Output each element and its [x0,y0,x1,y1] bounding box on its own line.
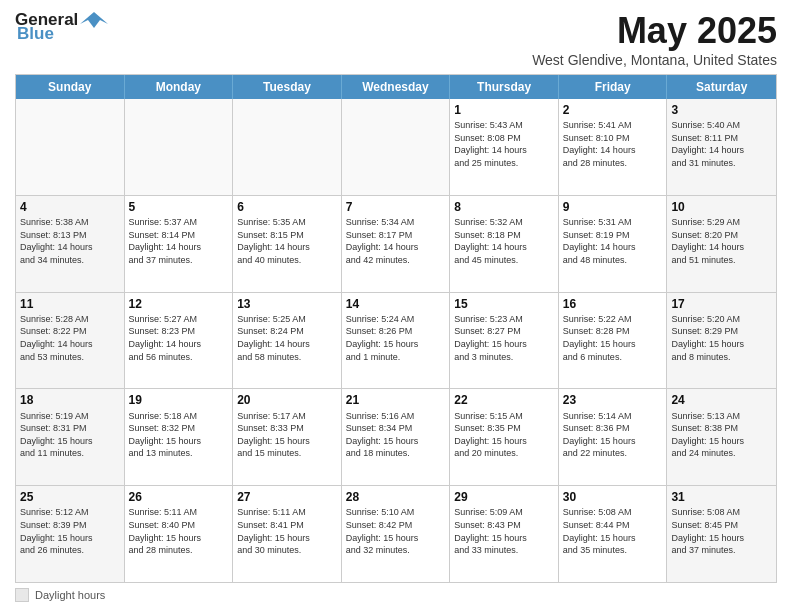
day-cell-22: 22Sunrise: 5:15 AM Sunset: 8:35 PM Dayli… [450,389,559,485]
footer-label: Daylight hours [35,589,105,601]
empty-cell [342,99,451,195]
day-cell-21: 21Sunrise: 5:16 AM Sunset: 8:34 PM Dayli… [342,389,451,485]
day-cell-3: 3Sunrise: 5:40 AM Sunset: 8:11 PM Daylig… [667,99,776,195]
header-day-monday: Monday [125,75,234,99]
header: General Blue May 2025 West Glendive, Mon… [15,10,777,68]
day-number: 29 [454,489,554,505]
day-number: 17 [671,296,772,312]
day-info: Sunrise: 5:12 AM Sunset: 8:39 PM Dayligh… [20,506,120,556]
day-info: Sunrise: 5:25 AM Sunset: 8:24 PM Dayligh… [237,313,337,363]
day-number: 1 [454,102,554,118]
title-area: May 2025 West Glendive, Montana, United … [532,10,777,68]
day-info: Sunrise: 5:18 AM Sunset: 8:32 PM Dayligh… [129,410,229,460]
day-info: Sunrise: 5:11 AM Sunset: 8:40 PM Dayligh… [129,506,229,556]
day-number: 27 [237,489,337,505]
day-number: 6 [237,199,337,215]
day-number: 11 [20,296,120,312]
calendar-week-3: 11Sunrise: 5:28 AM Sunset: 8:22 PM Dayli… [16,293,776,390]
calendar-week-2: 4Sunrise: 5:38 AM Sunset: 8:13 PM Daylig… [16,196,776,293]
day-number: 14 [346,296,446,312]
calendar: SundayMondayTuesdayWednesdayThursdayFrid… [15,74,777,583]
day-info: Sunrise: 5:20 AM Sunset: 8:29 PM Dayligh… [671,313,772,363]
day-cell-18: 18Sunrise: 5:19 AM Sunset: 8:31 PM Dayli… [16,389,125,485]
day-info: Sunrise: 5:08 AM Sunset: 8:44 PM Dayligh… [563,506,663,556]
logo-blue-text: Blue [17,24,54,44]
day-cell-28: 28Sunrise: 5:10 AM Sunset: 8:42 PM Dayli… [342,486,451,582]
day-cell-2: 2Sunrise: 5:41 AM Sunset: 8:10 PM Daylig… [559,99,668,195]
day-info: Sunrise: 5:11 AM Sunset: 8:41 PM Dayligh… [237,506,337,556]
day-cell-16: 16Sunrise: 5:22 AM Sunset: 8:28 PM Dayli… [559,293,668,389]
day-number: 31 [671,489,772,505]
day-number: 23 [563,392,663,408]
day-info: Sunrise: 5:41 AM Sunset: 8:10 PM Dayligh… [563,119,663,169]
month-title: May 2025 [532,10,777,52]
day-cell-26: 26Sunrise: 5:11 AM Sunset: 8:40 PM Dayli… [125,486,234,582]
day-number: 9 [563,199,663,215]
day-cell-17: 17Sunrise: 5:20 AM Sunset: 8:29 PM Dayli… [667,293,776,389]
footer: Daylight hours [15,588,777,602]
day-number: 21 [346,392,446,408]
day-info: Sunrise: 5:08 AM Sunset: 8:45 PM Dayligh… [671,506,772,556]
day-cell-30: 30Sunrise: 5:08 AM Sunset: 8:44 PM Dayli… [559,486,668,582]
day-info: Sunrise: 5:16 AM Sunset: 8:34 PM Dayligh… [346,410,446,460]
calendar-body: 1Sunrise: 5:43 AM Sunset: 8:08 PM Daylig… [16,99,776,582]
calendar-week-4: 18Sunrise: 5:19 AM Sunset: 8:31 PM Dayli… [16,389,776,486]
day-cell-14: 14Sunrise: 5:24 AM Sunset: 8:26 PM Dayli… [342,293,451,389]
day-number: 19 [129,392,229,408]
day-cell-13: 13Sunrise: 5:25 AM Sunset: 8:24 PM Dayli… [233,293,342,389]
day-number: 20 [237,392,337,408]
day-number: 4 [20,199,120,215]
day-cell-11: 11Sunrise: 5:28 AM Sunset: 8:22 PM Dayli… [16,293,125,389]
day-number: 15 [454,296,554,312]
day-info: Sunrise: 5:24 AM Sunset: 8:26 PM Dayligh… [346,313,446,363]
header-day-sunday: Sunday [16,75,125,99]
day-info: Sunrise: 5:15 AM Sunset: 8:35 PM Dayligh… [454,410,554,460]
day-info: Sunrise: 5:14 AM Sunset: 8:36 PM Dayligh… [563,410,663,460]
header-day-saturday: Saturday [667,75,776,99]
day-cell-24: 24Sunrise: 5:13 AM Sunset: 8:38 PM Dayli… [667,389,776,485]
day-cell-7: 7Sunrise: 5:34 AM Sunset: 8:17 PM Daylig… [342,196,451,292]
empty-cell [16,99,125,195]
day-number: 3 [671,102,772,118]
day-cell-9: 9Sunrise: 5:31 AM Sunset: 8:19 PM Daylig… [559,196,668,292]
day-number: 13 [237,296,337,312]
day-cell-31: 31Sunrise: 5:08 AM Sunset: 8:45 PM Dayli… [667,486,776,582]
day-info: Sunrise: 5:13 AM Sunset: 8:38 PM Dayligh… [671,410,772,460]
day-info: Sunrise: 5:28 AM Sunset: 8:22 PM Dayligh… [20,313,120,363]
day-info: Sunrise: 5:32 AM Sunset: 8:18 PM Dayligh… [454,216,554,266]
day-number: 28 [346,489,446,505]
day-cell-5: 5Sunrise: 5:37 AM Sunset: 8:14 PM Daylig… [125,196,234,292]
header-day-friday: Friday [559,75,668,99]
day-cell-27: 27Sunrise: 5:11 AM Sunset: 8:41 PM Dayli… [233,486,342,582]
calendar-header: SundayMondayTuesdayWednesdayThursdayFrid… [16,75,776,99]
day-cell-15: 15Sunrise: 5:23 AM Sunset: 8:27 PM Dayli… [450,293,559,389]
day-number: 18 [20,392,120,408]
day-info: Sunrise: 5:31 AM Sunset: 8:19 PM Dayligh… [563,216,663,266]
day-info: Sunrise: 5:19 AM Sunset: 8:31 PM Dayligh… [20,410,120,460]
day-info: Sunrise: 5:29 AM Sunset: 8:20 PM Dayligh… [671,216,772,266]
day-cell-8: 8Sunrise: 5:32 AM Sunset: 8:18 PM Daylig… [450,196,559,292]
day-number: 22 [454,392,554,408]
day-cell-19: 19Sunrise: 5:18 AM Sunset: 8:32 PM Dayli… [125,389,234,485]
day-info: Sunrise: 5:23 AM Sunset: 8:27 PM Dayligh… [454,313,554,363]
footer-daylight-box [15,588,29,602]
day-info: Sunrise: 5:40 AM Sunset: 8:11 PM Dayligh… [671,119,772,169]
header-day-tuesday: Tuesday [233,75,342,99]
day-number: 2 [563,102,663,118]
header-day-thursday: Thursday [450,75,559,99]
day-info: Sunrise: 5:38 AM Sunset: 8:13 PM Dayligh… [20,216,120,266]
day-number: 10 [671,199,772,215]
day-cell-23: 23Sunrise: 5:14 AM Sunset: 8:36 PM Dayli… [559,389,668,485]
day-info: Sunrise: 5:09 AM Sunset: 8:43 PM Dayligh… [454,506,554,556]
location-title: West Glendive, Montana, United States [532,52,777,68]
calendar-week-1: 1Sunrise: 5:43 AM Sunset: 8:08 PM Daylig… [16,99,776,196]
day-info: Sunrise: 5:22 AM Sunset: 8:28 PM Dayligh… [563,313,663,363]
day-cell-29: 29Sunrise: 5:09 AM Sunset: 8:43 PM Dayli… [450,486,559,582]
day-info: Sunrise: 5:34 AM Sunset: 8:17 PM Dayligh… [346,216,446,266]
logo: General Blue [15,10,108,44]
logo-bird-icon [80,10,108,30]
empty-cell [233,99,342,195]
day-number: 12 [129,296,229,312]
day-info: Sunrise: 5:35 AM Sunset: 8:15 PM Dayligh… [237,216,337,266]
day-number: 24 [671,392,772,408]
